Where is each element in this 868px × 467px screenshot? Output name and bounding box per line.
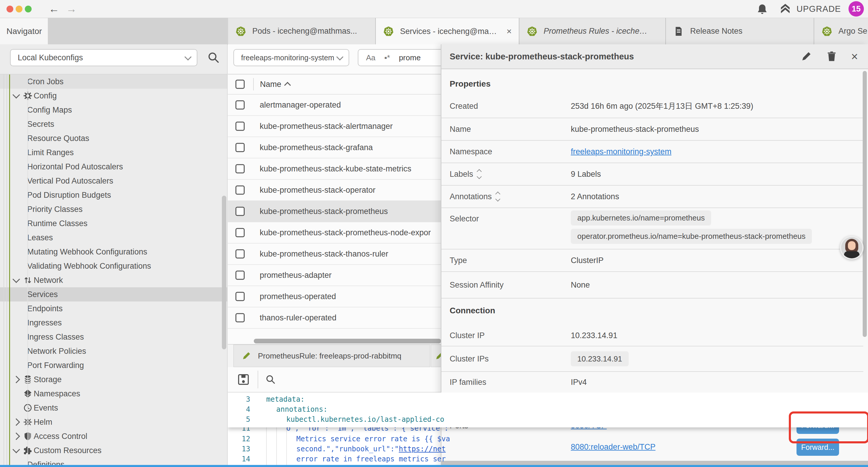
chevron-right-icon[interactable] (12, 376, 20, 383)
sidebar-item-label: Cron Jobs (27, 77, 64, 86)
chevron-down-icon[interactable] (12, 446, 20, 453)
tab-services-icecheng-math[interactable]: Services - icecheng@math...× (376, 18, 519, 45)
namespace-selector[interactable]: freeleaps-monitoring-system (234, 49, 349, 66)
upgrade-button[interactable]: UPGRADE (779, 2, 841, 16)
editor-line-partial: 11o", "for": "1m", "labels": {"service":… (228, 428, 868, 434)
close-icon[interactable]: × (851, 51, 858, 62)
sidebar-item-horizontal-pod-autoscalers[interactable]: Horizontal Pod Autoscalers (0, 159, 227, 174)
sidebar-item-leases[interactable]: Leases (0, 231, 227, 245)
horizontal-scrollbar[interactable] (254, 339, 441, 344)
row-checkbox[interactable] (236, 100, 245, 110)
yaml-editor[interactable]: 11o", "for": "1m", "labels": {"service":… (228, 392, 868, 465)
helm-icon (22, 416, 34, 428)
select-all-checkbox[interactable] (236, 80, 245, 89)
minimize-traffic-light[interactable] (16, 6, 23, 12)
row-checkbox[interactable] (236, 122, 245, 131)
sidebar-item-ingresses[interactable]: Ingresses (0, 316, 227, 330)
forward-icon[interactable]: → (66, 2, 77, 16)
sidebar-item-config[interactable]: Config (0, 89, 227, 103)
sidebar-item-ingress-classes[interactable]: Ingress Classes (0, 330, 227, 344)
panel-scrollbar[interactable] (863, 71, 867, 337)
sidebar-item-resource-quotas[interactable]: Resource Quotas (0, 131, 227, 145)
sidebar-item-access-control[interactable]: Access Control (0, 429, 227, 443)
runbook-url-link[interactable]: https://net (399, 445, 446, 453)
close-traffic-light[interactable] (6, 6, 13, 12)
user-avatar[interactable] (840, 236, 864, 260)
sidebar-item-custom-resources[interactable]: Custom Resources (0, 443, 227, 458)
sidebar-search-icon[interactable] (207, 51, 220, 64)
save-icon[interactable] (237, 373, 250, 386)
service-name: kube-prometheus-stack-kube-state-metrics (260, 164, 411, 174)
sidebar-item-validating-webhook-configurations[interactable]: Validating Webhook Configurations (0, 259, 227, 273)
row-checkbox[interactable] (236, 292, 245, 301)
notification-count-badge[interactable]: 15 (848, 1, 864, 17)
navigator-sidebar: Local Kubeconfigs Cron JobsConfigConfig … (0, 44, 227, 467)
sidebar-item-helm[interactable]: Helm (0, 415, 227, 429)
row-checkbox[interactable] (236, 271, 245, 280)
sidebar-scrollbar[interactable] (222, 196, 226, 349)
row-checkbox[interactable] (236, 250, 245, 259)
chevron-down-icon (336, 53, 343, 60)
expand-collapse-icon[interactable] (477, 170, 481, 178)
sidebar-item-config-maps[interactable]: Config Maps (0, 103, 227, 117)
document-icon (673, 26, 684, 37)
sidebar-item-runtime-classes[interactable]: Runtime Classes (0, 216, 227, 231)
sidebar-item-priority-classes[interactable]: Priority Classes (0, 202, 227, 216)
name-column-header[interactable]: Name (260, 80, 291, 89)
sidebar-item-pod-disruption-budgets[interactable]: Pod Disruption Budgets (0, 188, 227, 202)
tab-pods-icecheng-mathmas[interactable]: Pods - icecheng@mathmas... (228, 18, 376, 44)
chevron-down-icon[interactable] (12, 275, 20, 283)
edit-pencil-icon[interactable] (800, 51, 812, 62)
notifications-bell-icon[interactable] (756, 3, 769, 16)
sidebar-item-events[interactable]: Events (0, 401, 227, 415)
tab-release-notes[interactable]: Release Notes (666, 18, 814, 44)
tab-label: Prometheus Rules - icecheng... (544, 27, 650, 36)
sidebar-item-port-forwarding[interactable]: Port Forwarding (0, 358, 227, 372)
chevron-down-icon[interactable] (12, 91, 20, 98)
sidebar-item-limit-ranges[interactable]: Limit Ranges (0, 145, 227, 159)
sidebar-item-services[interactable]: Services (0, 287, 227, 301)
sidebar-item-endpoints[interactable]: Endpoints (0, 301, 227, 316)
back-icon[interactable]: ← (49, 2, 59, 16)
row-checkbox[interactable] (236, 143, 245, 152)
sidebar-item-network[interactable]: Network (0, 273, 227, 287)
row-checkbox[interactable] (236, 228, 245, 237)
sidebar-item-label: Helm (34, 418, 52, 427)
delete-trash-icon[interactable] (826, 51, 838, 62)
navigator-label: Navigator (6, 27, 42, 36)
sidebar-item-namespaces[interactable]: Namespaces (0, 387, 227, 401)
editor-tab-partial[interactable] (431, 345, 441, 367)
sidebar-item-vertical-pod-autoscalers[interactable]: Vertical Pod Autoscalers (0, 174, 227, 188)
tab-argo-se[interactable]: Argo Se (814, 18, 868, 44)
namespace-selector-value: freeleaps-monitoring-system (241, 54, 334, 62)
toolbar-divider (258, 371, 258, 388)
zoom-traffic-light[interactable] (25, 6, 32, 12)
properties-section-heading: Properties (450, 79, 491, 89)
editor-sticky-lines: 3metadata:4annotations:5kubectl.kubernet… (228, 392, 868, 428)
editor-search-icon[interactable] (265, 374, 276, 385)
editor-tab-prometheusrule[interactable]: PrometheusRule: freeleaps-prod-rabbitmq (234, 345, 430, 367)
match-case-toggle[interactable]: Aa (366, 53, 375, 62)
regex-toggle[interactable]: ▪* (384, 53, 390, 62)
expand-collapse-icon[interactable] (496, 193, 500, 201)
tab-bar: Navigator Pods - icecheng@mathmas...Serv… (0, 18, 868, 45)
sidebar-item-mutating-webhook-configurations[interactable]: Mutating Webhook Configurations (0, 245, 227, 259)
row-checkbox[interactable] (236, 207, 245, 216)
connection-section-heading: Connection (450, 306, 495, 315)
navigator-panel-tab[interactable]: Navigator (0, 18, 48, 44)
sidebar-item-secrets[interactable]: Secrets (0, 117, 227, 131)
sidebar-item-network-policies[interactable]: Network Policies (0, 344, 227, 358)
row-checkbox[interactable] (236, 185, 245, 195)
sidebar-item-cron-jobs[interactable]: Cron Jobs (0, 75, 227, 89)
row-checkbox[interactable] (236, 164, 245, 174)
sidebar-item-storage[interactable]: Storage (0, 372, 227, 387)
kubeconfig-selector[interactable]: Local Kubeconfigs (10, 49, 197, 66)
tab-prometheus-rules-icecheng[interactable]: Prometheus Rules - icecheng... (519, 18, 666, 44)
chevron-right-icon[interactable] (12, 418, 20, 426)
close-tab-icon[interactable]: × (506, 26, 512, 36)
double-chevron-up-icon (779, 2, 792, 16)
chevron-right-icon[interactable] (12, 432, 20, 440)
service-name: kube-prometheus-stack-grafana (260, 143, 373, 152)
namespace-link[interactable]: freeleaps-monitoring-system (571, 147, 672, 156)
row-checkbox[interactable] (236, 313, 245, 322)
